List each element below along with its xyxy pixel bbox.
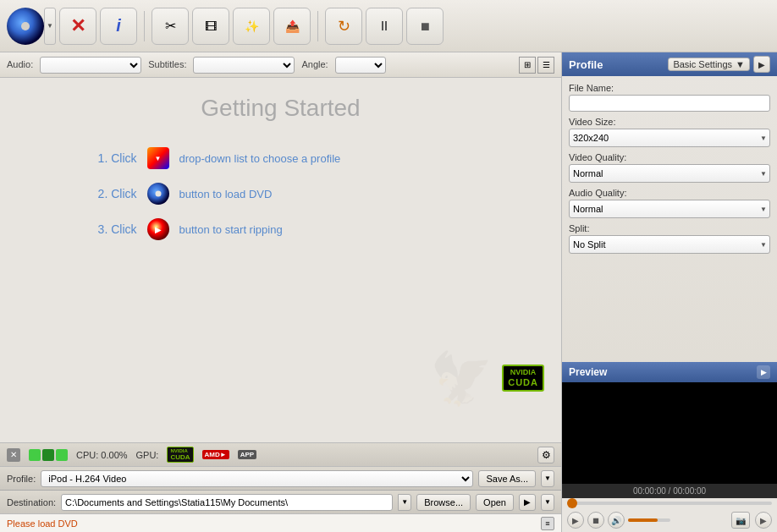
audio-quality-wrapper: Normal (569, 200, 770, 218)
app-badge: APP (238, 450, 256, 459)
subtitles-label: Subtitles: (148, 59, 186, 69)
seek-track[interactable] (567, 502, 772, 505)
preview-controls: ▶ ⏹ 🔊 📷 ▶ (562, 508, 777, 532)
cut-button[interactable]: ✂ (152, 8, 189, 45)
profile-select[interactable]: iPod - H.264 Video (41, 470, 473, 487)
audio-label: Audio: (7, 59, 33, 69)
file-name-group: File Name: (569, 83, 770, 112)
load-dvd-message: Please load DVD (7, 518, 78, 529)
extract-button[interactable]: 📤 (273, 8, 311, 45)
save-as-button[interactable]: Save As... (478, 470, 536, 487)
dvd-load-button[interactable] (7, 8, 44, 45)
destination-label: Destination: (7, 497, 56, 507)
audio-select[interactable] (40, 57, 141, 74)
step-3-text: button to start ripping (179, 223, 283, 236)
audio-quality-label: Audio Quality: (569, 188, 770, 198)
angle-select[interactable] (335, 57, 386, 74)
video-quality-select[interactable]: Normal (569, 164, 770, 183)
step-1-number: 1. Click (95, 151, 137, 165)
info-icon: i (116, 16, 121, 36)
video-quality-group: Video Quality: Normal (569, 152, 770, 183)
main-area: Audio: Subtitles: Angle: ⊞ ☰ Getting Sta… (0, 52, 777, 532)
extract-icon: 📤 (285, 19, 300, 33)
profile-next-button[interactable]: ▶ (753, 56, 770, 73)
status-bar: ✕ CPU: 0.00% GPU: NVIDIA CUDA AMD► APP ⚙ (0, 442, 561, 466)
progress-block-1 (29, 449, 41, 461)
volume-track[interactable] (628, 518, 670, 522)
settings-gear-button[interactable]: ⚙ (537, 447, 554, 463)
preview-title: Preview (569, 366, 607, 378)
basic-settings-button[interactable]: Basic Settings ▼ (668, 58, 750, 71)
volume-button[interactable]: 🔊 (608, 512, 625, 529)
seek-thumb[interactable] (567, 498, 577, 508)
stop-button[interactable]: ⏹ (406, 8, 444, 45)
info-button[interactable]: i (100, 8, 137, 45)
step-1-icon: ▼ (147, 147, 169, 169)
effect-button[interactable]: ✨ (233, 8, 270, 45)
effect-icon: ✨ (245, 19, 259, 33)
angle-label: Angle: (301, 59, 328, 69)
step-3-icon (147, 218, 169, 240)
left-panel: Audio: Subtitles: Angle: ⊞ ☰ Getting Sta… (0, 52, 562, 532)
profile-bar: Profile: iPod - H.264 Video Save As... ▼ (0, 466, 561, 490)
profile-panel-title: Profile (569, 58, 603, 71)
watermark: 🦅 (430, 348, 493, 409)
preview-stop-button[interactable]: ⏹ (587, 512, 604, 529)
step-1-text: drop-down list to choose a profile (179, 152, 341, 165)
toolbar-separator (144, 11, 145, 41)
volume-fill (628, 518, 658, 522)
preview-time: 00:00:00 / 00:00:00 (562, 484, 777, 498)
step-2: 2. Click button to load DVD (95, 183, 467, 205)
log-button[interactable]: ≡ (541, 517, 554, 530)
open-button[interactable]: Open (476, 494, 514, 511)
video-quality-label: Video Quality: (569, 152, 770, 162)
stop-icon: ⏹ (419, 19, 431, 33)
film-button[interactable]: 🎞 (192, 8, 229, 45)
destination-go-button[interactable]: ▶ (519, 494, 536, 511)
video-size-select[interactable]: 320x240 (569, 129, 770, 147)
subtitles-select[interactable] (193, 57, 295, 74)
browse-button[interactable]: Browse... (416, 494, 471, 511)
preview-seek[interactable] (562, 498, 777, 508)
profile-header: Profile Basic Settings ▼ ▶ (562, 52, 777, 76)
cpu-label: CPU: 0.00% (76, 450, 128, 460)
snapshot-icon: 📷 (736, 516, 746, 525)
grid-view-button[interactable]: ⊞ (519, 57, 536, 74)
pause-button[interactable]: ⏸ (366, 8, 403, 45)
file-name-input[interactable] (569, 95, 770, 112)
split-label: Split: (569, 223, 770, 233)
step-2-text: button to load DVD (179, 188, 273, 200)
preview-next-button[interactable]: ▶ (757, 365, 770, 379)
progress-blocks (29, 449, 68, 461)
video-size-label: Video Size: (569, 117, 770, 127)
progress-block-2 (42, 449, 54, 461)
refresh-icon: ↻ (338, 17, 350, 36)
basic-settings-label: Basic Settings (673, 59, 732, 69)
video-size-group: Video Size: 320x240 (569, 117, 770, 147)
play-button[interactable]: ▶ (567, 512, 584, 529)
split-select[interactable]: No Split (569, 235, 770, 254)
toolbar: ▼ ✕ i ✂ 🎞 ✨ 📤 ↻ ⏸ ⏹ (0, 0, 777, 52)
save-as-dropdown-button[interactable]: ▼ (541, 470, 554, 487)
right-panel: Profile Basic Settings ▼ ▶ File Name: Vi… (562, 52, 777, 532)
status-close-button[interactable]: ✕ (7, 448, 20, 462)
preview-more-button[interactable]: ▶ (755, 512, 772, 529)
snapshot-button[interactable]: 📷 (731, 512, 750, 529)
destination-extra-button[interactable]: ▼ (541, 494, 554, 511)
step-2-icon (147, 183, 169, 205)
video-size-wrapper: 320x240 (569, 129, 770, 147)
close-button[interactable]: ✕ (59, 8, 96, 45)
refresh-button[interactable]: ↻ (325, 8, 362, 45)
pause-icon: ⏸ (377, 19, 391, 34)
getting-started-title: Getting Started (201, 95, 360, 122)
steps-list: 1. Click ▼ drop-down list to choose a pr… (95, 147, 467, 240)
close-icon: ✕ (70, 15, 85, 37)
audio-quality-group: Audio Quality: Normal (569, 188, 770, 218)
destination-dropdown-button[interactable]: ▼ (398, 494, 411, 511)
audio-quality-select[interactable]: Normal (569, 200, 770, 218)
preview-header: Preview ▶ (562, 362, 777, 382)
dvd-dropdown-button[interactable]: ▼ (44, 8, 56, 45)
destination-input[interactable] (61, 494, 393, 511)
content-area: Getting Started 1. Click ▼ drop-down lis… (0, 78, 561, 442)
list-view-button[interactable]: ☰ (537, 57, 554, 74)
